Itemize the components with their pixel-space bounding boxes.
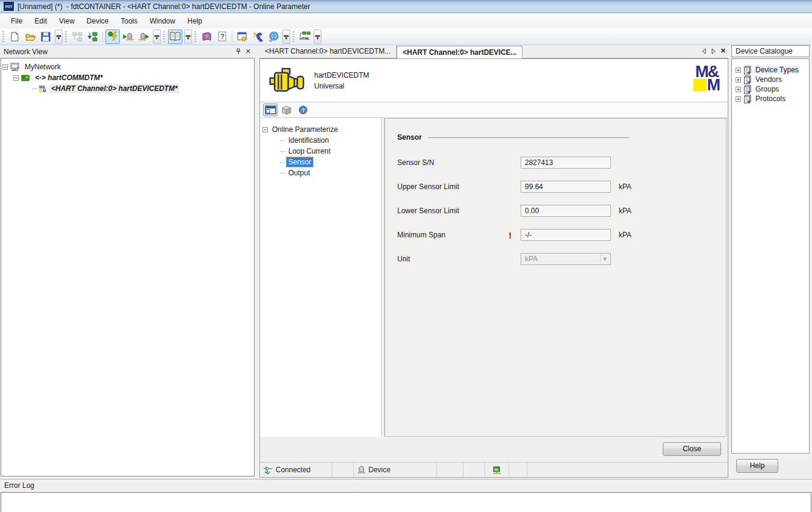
network-view-title: Network View	[4, 48, 234, 56]
menu-window[interactable]: Window	[144, 15, 182, 27]
vendor-logo-square	[693, 79, 707, 92]
catalogue-label[interactable]: Vendors	[754, 75, 783, 84]
svg-text:?: ?	[220, 33, 225, 40]
tree-node-mynetwork[interactable]: − MyNetwork	[2, 61, 253, 72]
device-catalogue-button[interactable]	[168, 30, 182, 44]
nav-root-label[interactable]: Online Parameterize	[270, 125, 339, 134]
tree-label[interactable]: <-> hartCOMMDTM*	[33, 73, 105, 83]
close-panel-icon[interactable]: ✕	[243, 48, 253, 56]
catalogue-item-device-types[interactable]: + Device Types	[736, 65, 808, 75]
error-log-content[interactable]	[1, 492, 811, 512]
field-unit: kPA	[619, 231, 631, 239]
parameter-view-button[interactable]	[263, 104, 277, 116]
download-to-device-button[interactable]	[137, 30, 151, 44]
html-export-button[interactable]: HTML	[297, 30, 312, 44]
menu-view[interactable]: View	[53, 15, 81, 27]
lower-sensor-limit-input[interactable]	[521, 205, 611, 217]
next-tab-icon[interactable]	[711, 48, 716, 54]
expand-icon[interactable]: +	[736, 87, 741, 92]
nav-label[interactable]: Identification	[287, 136, 330, 145]
nav-item-identification[interactable]: Identification	[262, 135, 379, 146]
nav-label[interactable]: Loop Current	[287, 146, 332, 156]
network-topology-button[interactable]	[70, 30, 84, 44]
tree-node-devicedtm[interactable]: M&M <HART Channel:0> hartDEVICEDTM*	[2, 83, 253, 94]
support-button[interactable]: ?	[250, 30, 265, 44]
nav-item-output[interactable]: Output	[262, 167, 379, 178]
manual-button[interactable]: ?	[199, 30, 214, 44]
device-group-dropdown[interactable]: ▬▾	[153, 30, 161, 44]
nav-item-loop-current[interactable]: Loop Current	[262, 146, 379, 157]
tree-node-commdtm[interactable]: − <-> hartCOMMDTM*	[2, 72, 253, 83]
catalogue-item-groups[interactable]: + Groups	[736, 84, 808, 94]
close-tab-icon[interactable]: ✕	[721, 47, 726, 55]
collapse-icon[interactable]: −	[2, 64, 8, 70]
offline-view-button[interactable]	[279, 104, 294, 116]
download-to-device-icon	[138, 31, 150, 42]
tab-hartdevicedtm-1[interactable]: <HART Channel:0> hartDEVICEDTM...	[259, 45, 397, 58]
menu-file[interactable]: File	[5, 15, 28, 27]
connect-button[interactable]	[105, 30, 120, 44]
menu-device[interactable]: Device	[81, 15, 115, 27]
toolbar-grip[interactable]	[2, 31, 4, 42]
tab-hartdevicedtm-2-active[interactable]: <HART Channel:0> hartDEVICE...	[397, 46, 522, 58]
nav-root[interactable]: − Online Parameterize	[262, 124, 379, 135]
prev-tab-icon[interactable]	[701, 48, 707, 54]
field-label: Unit	[397, 255, 495, 263]
toolbar-grip[interactable]	[163, 31, 165, 42]
nav-label[interactable]: Output	[287, 168, 312, 178]
close-button[interactable]: Close	[663, 442, 721, 456]
nav-item-sensor-selected[interactable]: Sensor	[262, 157, 379, 167]
html-group-dropdown[interactable]: ▬▾	[314, 30, 321, 44]
help-topics-button[interactable]: ?	[215, 30, 229, 44]
menu-help[interactable]: Help	[181, 15, 208, 27]
tree-label-selected[interactable]: <HART Channel:0> hartDEVICEDTM*	[49, 84, 179, 93]
app-logo-icon: FDT	[4, 2, 14, 11]
catalogue-label[interactable]: Device Types	[754, 66, 800, 74]
help-button[interactable]: Help	[736, 459, 778, 473]
vendor-logo-text-bottom: M	[707, 78, 720, 92]
web-button[interactable]	[266, 30, 280, 44]
pin-icon[interactable]	[234, 48, 243, 56]
catalogue-group-dropdown[interactable]: ▬▾	[184, 30, 192, 44]
catalogue-label[interactable]: Groups	[754, 85, 780, 93]
help-group-dropdown[interactable]: ▬▾	[282, 30, 290, 44]
toolbar-separator	[232, 31, 232, 42]
expand-icon[interactable]: +	[736, 77, 741, 83]
toolbar-grip[interactable]	[65, 31, 67, 42]
unit-combobox-disabled[interactable]: kPA ▼	[521, 253, 611, 265]
field-label: Sensor S/N	[397, 158, 495, 167]
collapse-icon[interactable]: −	[262, 127, 268, 133]
expand-icon[interactable]: +	[736, 67, 741, 73]
document-tab-bar: <HART Channel:0> hartDEVICEDTM... <HART …	[259, 45, 728, 58]
save-button[interactable]	[39, 30, 53, 44]
toolbar-grip[interactable]	[293, 31, 294, 42]
license-icon	[237, 31, 248, 42]
dtm-help-button[interactable]: ?	[296, 104, 310, 116]
catalogue-label[interactable]: Protocols	[754, 95, 787, 103]
menu-tools[interactable]: Tools	[115, 15, 144, 27]
device-transmitter-icon	[268, 67, 306, 94]
upload-from-device-button[interactable]	[121, 30, 135, 44]
upper-sensor-limit-input[interactable]	[521, 181, 611, 193]
menu-edit[interactable]: Edit	[28, 15, 53, 27]
license-info-button[interactable]	[235, 30, 249, 44]
device-id-icon: ID	[492, 466, 501, 475]
expand-icon[interactable]: +	[736, 96, 741, 102]
catalogue-item-vendors[interactable]: + Vendors	[736, 75, 808, 84]
help-circle-icon: ?	[299, 105, 308, 114]
status-cell-empty	[527, 463, 728, 477]
tree-label[interactable]: MyNetwork	[23, 62, 63, 72]
dtm-content: − Online Parameterize Identification Loo…	[260, 118, 728, 437]
minimum-span-input[interactable]	[521, 229, 611, 241]
unit-combobox-value: kPA	[525, 255, 538, 263]
collapse-icon[interactable]: −	[13, 75, 19, 81]
topology-scan-button[interactable]	[85, 30, 100, 44]
new-document-button[interactable]	[7, 30, 22, 44]
sensor-sn-input[interactable]	[521, 157, 611, 169]
toolbar-grip[interactable]	[194, 31, 196, 42]
nav-label-selected[interactable]: Sensor	[287, 157, 313, 167]
open-file-button[interactable]	[23, 30, 37, 44]
catalogue-item-protocols[interactable]: + Protocols	[736, 94, 808, 104]
file-group-dropdown[interactable]: ▬▾	[55, 30, 63, 44]
error-log-panel: Error Log	[0, 479, 812, 512]
